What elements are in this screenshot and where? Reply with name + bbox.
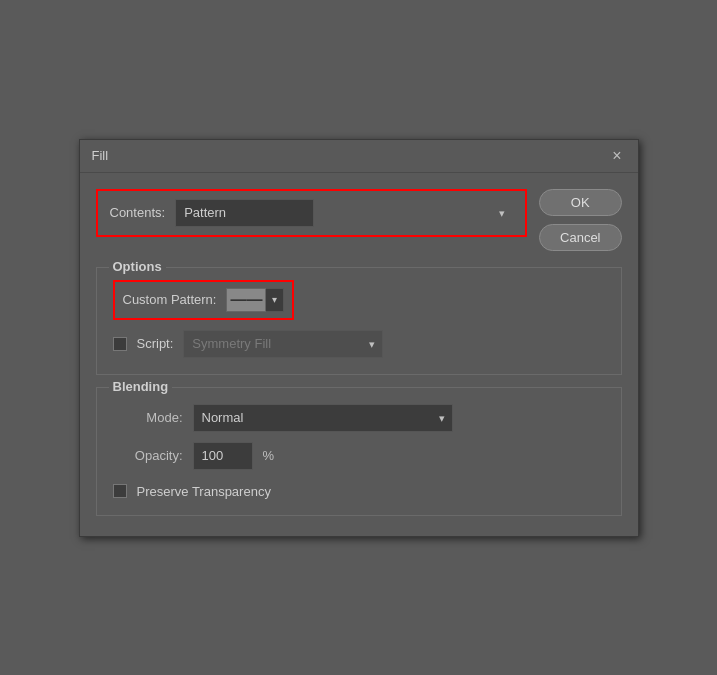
ok-button[interactable]: OK: [539, 189, 621, 216]
script-select[interactable]: Symmetry Fill Mandala Spiral Tree Weave: [183, 330, 383, 358]
mode-select[interactable]: Normal Dissolve Darken Multiply Color Bu…: [193, 404, 453, 432]
contents-select-wrapper: Pattern Foreground Color Background Colo…: [175, 199, 513, 227]
opacity-input[interactable]: [193, 442, 253, 470]
buttons-column: OK Cancel: [539, 189, 621, 251]
contents-label: Contents:: [110, 205, 166, 220]
options-content: Custom Pattern: —— ▾ Script:: [113, 280, 605, 358]
opacity-label: Opacity:: [113, 448, 183, 463]
pattern-select-wrapper: —— ▾: [226, 288, 284, 312]
cancel-button[interactable]: Cancel: [539, 224, 621, 251]
options-section-label: Options: [109, 259, 166, 274]
script-checkbox[interactable]: [113, 337, 127, 351]
dialog-title: Fill: [92, 148, 109, 163]
mode-label: Mode:: [113, 410, 183, 425]
contents-select[interactable]: Pattern Foreground Color Background Colo…: [175, 199, 314, 227]
pattern-preview: ——: [226, 288, 266, 312]
custom-pattern-area: Custom Pattern: —— ▾: [113, 280, 605, 320]
preserve-transparency-checkbox[interactable]: [113, 484, 127, 498]
blending-section-label: Blending: [109, 379, 173, 394]
percent-label: %: [263, 448, 275, 463]
dialog-body: Contents: Pattern Foreground Color Backg…: [80, 173, 638, 536]
preserve-transparency-row: Preserve Transparency: [113, 484, 605, 499]
script-select-wrapper: Symmetry Fill Mandala Spiral Tree Weave: [183, 330, 383, 358]
mode-select-wrapper: Normal Dissolve Darken Multiply Color Bu…: [193, 404, 453, 432]
fill-dialog: Fill × Contents: Pattern Foreground Colo…: [79, 139, 639, 537]
blending-section: Blending Mode: Normal Dissolve Darken Mu…: [96, 387, 622, 516]
custom-pattern-label: Custom Pattern:: [123, 292, 217, 307]
contents-row: Contents: Pattern Foreground Color Backg…: [96, 189, 528, 237]
pattern-dropdown-button[interactable]: ▾: [266, 288, 284, 312]
script-label: Script:: [137, 336, 174, 351]
opacity-row: Opacity: %: [113, 442, 605, 470]
left-column: Contents: Pattern Foreground Color Backg…: [96, 189, 528, 237]
script-row: Script: Symmetry Fill Mandala Spiral Tre…: [113, 330, 605, 358]
mode-row: Mode: Normal Dissolve Darken Multiply Co…: [113, 404, 605, 432]
options-section: Options Custom Pattern: —— ▾: [96, 267, 622, 375]
preserve-transparency-label: Preserve Transparency: [137, 484, 271, 499]
close-button[interactable]: ×: [608, 148, 625, 164]
blending-content: Mode: Normal Dissolve Darken Multiply Co…: [113, 404, 605, 499]
pattern-dash: ——: [230, 291, 262, 309]
top-section: Contents: Pattern Foreground Color Backg…: [96, 189, 622, 251]
title-bar: Fill ×: [80, 140, 638, 173]
custom-pattern-row: Custom Pattern: —— ▾: [113, 280, 295, 320]
